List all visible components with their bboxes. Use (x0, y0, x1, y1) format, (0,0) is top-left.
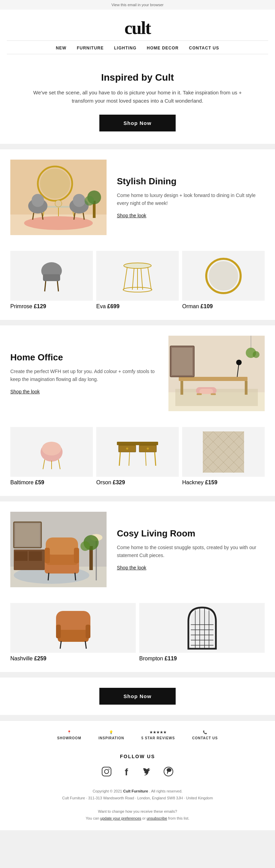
svg-line-27 (132, 268, 134, 290)
nashville-thumb (10, 603, 136, 653)
nav-item-homedecor[interactable]: HOME DECOR (147, 46, 179, 50)
svg-rect-48 (211, 393, 216, 395)
homeoffice-content: Home Office Create the perfect WFH set u… (10, 352, 158, 395)
svg-point-41 (236, 360, 242, 365)
svg-point-53 (253, 351, 260, 358)
svg-rect-90 (15, 524, 40, 546)
svg-rect-105 (56, 625, 61, 638)
product-hackney: Hackney £159 (182, 427, 265, 486)
orson-name: Orson (96, 479, 111, 485)
facebook-icon[interactable]: f (121, 765, 133, 778)
dining-shop-link[interactable]: Shop the look (117, 213, 146, 218)
footer-text: Copyright © 2021 Cult Furniture . All ri… (0, 783, 275, 830)
primrose-price: £129 (34, 303, 46, 309)
primrose-label: Primrose £129 (10, 303, 93, 310)
stars-icon: ★★★★★ (150, 730, 167, 734)
livingroom-section: Cosy Living Room Come home to the cosies… (0, 501, 275, 598)
copyright-line1: Copyright © 2021 Cult Furniture . All ri… (14, 788, 261, 795)
topbar-text: View this email in your browser (111, 3, 163, 7)
svg-rect-22 (43, 274, 60, 281)
svg-rect-39 (245, 381, 248, 395)
product-baltimore: Baltimore £59 (10, 427, 93, 486)
svg-point-120 (109, 769, 110, 770)
svg-line-26 (124, 267, 127, 290)
instagram-icon[interactable] (100, 765, 113, 778)
svg-rect-95 (74, 548, 79, 563)
svg-text:f: f (125, 767, 128, 777)
svg-line-107 (60, 641, 61, 649)
dining-section: Stylish Dining Come home to luxury desig… (0, 149, 275, 245)
svg-rect-59 (117, 442, 158, 445)
orson-price: £329 (113, 479, 125, 485)
main-nav: NEW FURNITURE LIGHTING HOME DECOR CONTAC… (7, 40, 268, 54)
orson-svg (115, 435, 160, 469)
brompton-name: Brompton (139, 656, 163, 661)
footer-contact[interactable]: 📞 CONTACT US (192, 730, 218, 740)
hackney-svg (203, 431, 244, 473)
svg-line-66 (129, 452, 130, 466)
svg-line-67 (145, 452, 146, 466)
header: cult NEW FURNITURE LIGHTING HOME DECOR C… (0, 10, 275, 58)
footer-inspiration[interactable]: 💡 INSPIRATION (98, 730, 124, 740)
svg-point-2 (24, 216, 93, 230)
baltimore-svg (34, 431, 69, 473)
follow-title: FOLLOW US (7, 754, 268, 759)
svg-line-23 (45, 281, 46, 291)
showroom-label: SHOWROOM (57, 736, 81, 740)
inspiration-label: INSPIRATION (98, 736, 124, 740)
footer-showroom[interactable]: 📍 SHOWROOM (57, 730, 81, 740)
homeoffice-title: Home Office (10, 352, 158, 363)
product-orson: Orson £329 (96, 427, 179, 486)
orman-label: Orman £109 (182, 303, 265, 310)
livingroom-shop-link[interactable]: Shop the look (117, 565, 146, 570)
hackney-thumb (182, 427, 265, 477)
svg-rect-10 (32, 194, 44, 207)
livingroom-products: Nashville £259 (0, 598, 275, 672)
svg-rect-93 (46, 555, 77, 565)
nashville-name: Nashville (10, 656, 33, 661)
pinterest-icon[interactable] (162, 765, 175, 778)
product-eva: Eva £699 (96, 251, 179, 310)
nav-item-furniture[interactable]: FURNITURE (77, 46, 103, 50)
twitter-icon[interactable] (142, 765, 154, 778)
svg-point-20 (55, 200, 62, 207)
svg-rect-106 (86, 625, 90, 638)
location-icon: 📍 (67, 730, 72, 734)
svg-line-64 (119, 452, 120, 466)
hackney-name: Hackney (182, 479, 204, 485)
dining-content: Stylish Dining Come home to luxury desig… (117, 176, 265, 219)
phone-icon: 📞 (203, 730, 207, 734)
svg-point-102 (80, 541, 90, 551)
svg-line-108 (85, 641, 86, 649)
svg-rect-87 (14, 551, 28, 561)
homeoffice-section: Home Office Create the perfect WFH set u… (0, 325, 275, 421)
cta-bottom-section: Shop Now (0, 678, 275, 715)
update-preferences-link[interactable]: update your preferences (100, 816, 141, 820)
bottom-shop-now-button[interactable]: Shop Now (99, 688, 175, 705)
nav-item-lighting[interactable]: LIGHTING (114, 46, 136, 50)
footer-reviews[interactable]: ★★★★★ 5 STAR REVIEWS (141, 730, 175, 740)
svg-rect-94 (45, 548, 50, 563)
unsubscribe-link[interactable]: unsubscribe (147, 816, 167, 820)
hero-section: Inspired by Cult We've set the scene, al… (0, 58, 275, 144)
nav-item-contact[interactable]: CONTACT US (189, 46, 219, 50)
brompton-svg (182, 604, 223, 652)
homeoffice-shop-link[interactable]: Shop the look (10, 389, 40, 394)
hero-body: We've set the scene, all you have to do … (28, 89, 248, 105)
baltimore-price: £59 (35, 479, 44, 485)
homeoffice-svg (168, 336, 265, 411)
hero-title: Inspired by Cult (28, 72, 248, 83)
orman-thumb (182, 251, 265, 301)
follow-section: FOLLOW US f (0, 747, 275, 783)
divider-4 (0, 672, 275, 678)
svg-line-65 (155, 452, 156, 466)
orman-price: £109 (200, 303, 213, 309)
primrose-thumb (10, 251, 93, 301)
hackney-price: £159 (205, 479, 218, 485)
svg-rect-50 (172, 348, 192, 375)
svg-line-29 (141, 268, 143, 290)
eva-name: Eva (96, 303, 106, 309)
nav-item-new[interactable]: NEW (56, 46, 66, 50)
svg-rect-14 (73, 194, 85, 207)
hero-shop-now-button[interactable]: Shop Now (99, 115, 175, 131)
